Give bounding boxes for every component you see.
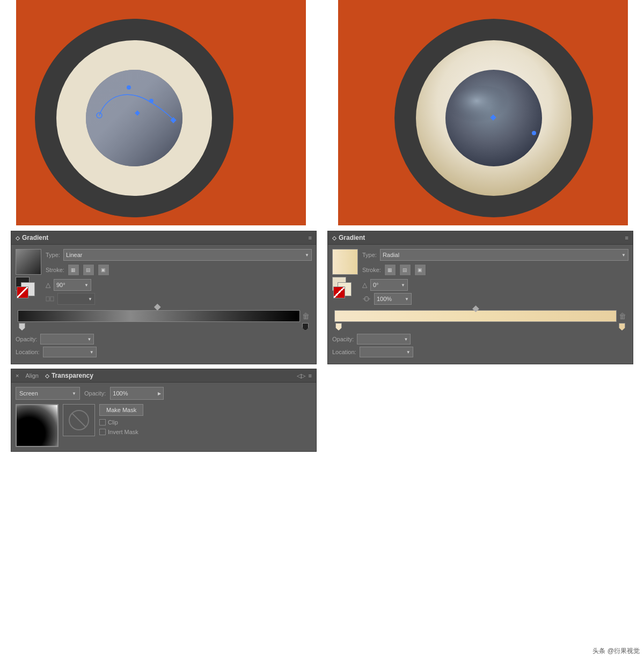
stroke-btn2-left[interactable]: ▤: [83, 264, 94, 276]
angle-value-right: 0°: [373, 282, 379, 288]
location-field-left[interactable]: ▼: [43, 347, 97, 357]
aspect-icon-right: [362, 295, 371, 303]
gradient-icon-right: ◇: [332, 235, 336, 241]
right-wheel-svg: [322, 0, 644, 225]
opacity-label-trans: Opacity:: [84, 390, 106, 397]
type-value-right: Radial: [383, 252, 399, 258]
type-dropdown-arrow-right: ▼: [621, 253, 626, 258]
stroke-btn3-left[interactable]: ▣: [98, 264, 109, 276]
gradient-panel-right-menu[interactable]: ≡: [625, 234, 628, 241]
trans-close-icon[interactable]: ×: [16, 372, 19, 379]
gradient-title-right-label: Gradient: [339, 234, 365, 241]
gradient-bar-section-right: 🗑: [334, 310, 626, 331]
gradient-panel-left-header: ◇ Gradient ≡: [11, 231, 316, 245]
gradient-panel-left-body: Type: Linear ▼ Stroke: ▦ ▤ ▣: [11, 245, 316, 364]
gradient-title-left-label: Gradient: [22, 234, 48, 241]
svg-point-15: [451, 86, 515, 129]
angle-icon-right: △: [362, 281, 367, 289]
angle-icon-left: △: [46, 281, 50, 289]
make-mask-button[interactable]: Make Mask: [99, 404, 143, 416]
trans-menu-icon[interactable]: ≡: [309, 372, 312, 379]
svg-rect-18: [46, 297, 49, 301]
gradient-panel-left-title: ◇ Gradient: [16, 234, 48, 241]
aspect-field-left: ▼: [57, 293, 95, 305]
transparency-panel-header: × Align ◇ Transparency ◁▷ ≡: [11, 369, 316, 383]
mask-thumbnail-2[interactable]: [63, 404, 95, 436]
svg-rect-19: [50, 297, 54, 301]
location-label-left: Location:: [16, 349, 40, 355]
stroke-btn1-right[interactable]: ▦: [384, 264, 396, 276]
trans-title-icon: ◇: [45, 373, 49, 379]
angle-field-left[interactable]: 90° ▼: [54, 279, 91, 291]
gradient-bar-left[interactable]: [18, 310, 300, 322]
angle-dropdown-arrow-right: ▼: [401, 283, 405, 288]
clip-checkbox[interactable]: [99, 419, 106, 426]
location-label-right: Location:: [332, 349, 356, 355]
aspect-field-right[interactable]: 100% ▼: [374, 293, 412, 305]
trash-icon-right[interactable]: 🗑: [619, 312, 626, 320]
stop-right-left[interactable]: [302, 323, 309, 331]
clip-checkbox-row: Clip: [99, 419, 143, 426]
trans-title-label: Transparency: [52, 372, 93, 379]
right-column: ◇ Gradient ≡: [327, 231, 633, 452]
stroke-btn1-left[interactable]: ▦: [68, 264, 79, 276]
opacity-value-trans: 100%: [113, 390, 128, 397]
mask-controls: Make Mask Clip Invert Mask: [99, 404, 143, 435]
stop-right-right[interactable]: [619, 323, 625, 331]
gradient-thumbnail-right[interactable]: [332, 249, 358, 275]
gradient-panel-right-header: ◇ Gradient ≡: [328, 231, 633, 245]
mask-thumbnail-1[interactable]: [16, 404, 58, 447]
angle-value-left: 90°: [56, 282, 65, 288]
type-dropdown-right[interactable]: Radial ▼: [380, 249, 628, 261]
location-field-right[interactable]: ▼: [360, 347, 413, 357]
gradient-panel-right-body: Type: Radial ▼ Stroke: ▦ ▤ ▣: [328, 245, 633, 364]
left-column: ◇ Gradient ≡: [11, 231, 317, 452]
bottom-panels: ◇ Gradient ≡: [0, 225, 644, 457]
type-dropdown-left[interactable]: Linear ▼: [63, 249, 312, 261]
stroke-label-left: Stroke:: [46, 267, 64, 273]
left-wheel-illustration: [0, 0, 322, 225]
opacity-dropdown-trans[interactable]: 100% ▶: [110, 387, 164, 400]
stroke-btn3-right[interactable]: ▣: [414, 264, 426, 276]
gradient-thumbnail-left[interactable]: [16, 249, 41, 275]
align-label[interactable]: Align: [25, 372, 38, 379]
aspect-icon-left: [46, 295, 54, 303]
swatch-none-left[interactable]: [17, 287, 28, 298]
stop-left-right[interactable]: [335, 323, 342, 331]
gradient-stops-left: [18, 323, 310, 331]
angle-dropdown-arrow-left: ▼: [84, 283, 89, 288]
opacity-field-left[interactable]: ▼: [40, 334, 94, 344]
invert-mask-checkbox-row: Invert Mask: [99, 429, 143, 435]
angle-field-right[interactable]: 0° ▼: [370, 279, 408, 291]
right-wheel-illustration: [322, 0, 644, 225]
trans-double-arrow[interactable]: ◁▷: [297, 372, 305, 379]
type-dropdown-arrow-left: ▼: [305, 253, 309, 258]
mask-thumb-inner-1: [17, 405, 57, 446]
top-illustrations: [0, 0, 644, 225]
svg-line-22: [72, 413, 86, 427]
stop-left-left[interactable]: [19, 323, 25, 331]
trans-mask-row: Make Mask Clip Invert Mask: [16, 404, 312, 447]
gradient-panel-left-menu[interactable]: ≡: [309, 234, 312, 241]
invert-mask-label: Invert Mask: [108, 429, 138, 435]
opacity-field-right[interactable]: ▼: [357, 334, 411, 344]
type-label-right: Type:: [362, 252, 377, 258]
invert-mask-checkbox[interactable]: [99, 429, 106, 435]
opacity-arrow-trans: ▶: [158, 391, 161, 396]
clip-label: Clip: [108, 419, 118, 426]
trash-icon-left[interactable]: 🗑: [302, 312, 310, 320]
aspect-dropdown-left: ▼: [88, 297, 92, 302]
swatch-none-right[interactable]: [333, 287, 345, 298]
blend-mode-dropdown[interactable]: Screen ▼: [16, 387, 80, 400]
stroke-btn2-right[interactable]: ▤: [399, 264, 411, 276]
type-value-left: Linear: [66, 252, 83, 258]
gradient-panel-right-title: ◇ Gradient: [332, 234, 365, 241]
gradient-stops-right: [334, 323, 626, 331]
svg-point-7: [127, 85, 131, 90]
opacity-label-right: Opacity:: [332, 336, 354, 342]
blend-mode-value: Screen: [19, 390, 38, 397]
transparency-panel: × Align ◇ Transparency ◁▷ ≡ Screen: [11, 369, 317, 452]
blend-mode-arrow: ▼: [72, 391, 76, 396]
aspect-value-right: 100%: [377, 296, 392, 302]
trans-title: ◇ Transparency: [45, 372, 93, 379]
